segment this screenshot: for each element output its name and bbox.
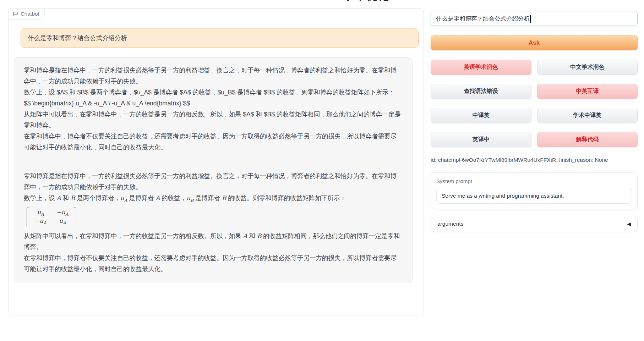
payoff-matrix: uA −uA −uA uA <box>27 208 76 227</box>
ask-button[interactable]: Ask <box>431 35 638 50</box>
question-input-value: 什么是零和博弈？结合公式介绍分析 <box>436 15 530 23</box>
arguments-accordion-label: arguments <box>437 221 463 227</box>
function-button-grid: 英语学术润色 中文学术润色 查找语法错误 中英互译 中译英 学术中译英 英译中 … <box>431 60 638 147</box>
chatbot-panel: Chatbot 什么是零和博弈？结合公式介绍分析 零和博弈是指在博弈中，一方的利… <box>8 8 424 315</box>
user-message-bubble: 什么是零和博弈？结合公式介绍分析 <box>21 28 419 48</box>
bot-raw-paragraph: 在零和博弈中，博弈者不仅要关注自己的收益，还需要考虑对手的收益。因为一方取得的收… <box>24 131 403 153</box>
btn-zh-en-mutual-translate[interactable]: 中英互译 <box>537 84 638 99</box>
user-message-text: 什么是零和博弈？结合公式介绍分析 <box>28 34 127 42</box>
bot-raw-paragraph: 从矩阵中可以看出，在零和博弈中，一方的收益是另一方的相反数。所以，如果 $A$ … <box>24 109 403 131</box>
matrix-cell: −uA <box>34 217 47 225</box>
btn-explain-code[interactable]: 解释代码 <box>537 132 638 147</box>
bot-message-raw: 零和博弈是指在博弈中，一方的利益损失必然等于另一方的利益增益。换言之，对于每一种… <box>24 65 403 153</box>
chat-bubble-icon <box>13 11 18 16</box>
bot-rendered-paragraph: 零和博弈是指在博弈中，一方的利益损失必然等于另一方的利益增益。换言之，对于每一种… <box>24 171 403 193</box>
bot-rendered-paragraph: 在零和博弈中，博弈者不仅要关注自己的收益，还需要考虑对手的收益。因为一方取得的收… <box>24 253 403 275</box>
bot-message-rendered: 零和博弈是指在博弈中，一方的利益损失必然等于另一方的利益增益。换言之，对于每一种… <box>24 171 403 275</box>
btn-english-academic-polish[interactable]: 英语学术润色 <box>431 60 531 75</box>
question-input[interactable]: 什么是零和博弈？结合公式介绍分析 <box>431 12 638 26</box>
bot-message-bubble: 零和博弈是指在博弈中，一方的利益损失必然等于另一方的利益增益。换言之，对于每一种… <box>14 57 413 283</box>
btn-academic-zh-to-en[interactable]: 学术中译英 <box>537 108 638 123</box>
btn-chinese-academic-polish[interactable]: 中文学术润色 <box>537 60 638 75</box>
control-column: 什么是零和博弈？结合公式介绍分析 Ask 英语学术润色 中文学术润色 查找语法错… <box>431 12 638 232</box>
btn-en-to-zh[interactable]: 英译中 <box>431 132 531 147</box>
matrix-cell: uA <box>34 209 47 217</box>
response-status-line: id: chatcmpl-6wOo7KrYTwMl89lbrMWRu4UkFFX… <box>431 157 638 163</box>
message-gap <box>24 153 403 171</box>
text-caret <box>530 15 531 23</box>
matrix-cell: uA <box>56 217 69 225</box>
bot-raw-paragraph: 零和博弈是指在博弈中，一方的利益损失必然等于另一方的利益增益。换言之，对于每一种… <box>24 65 403 87</box>
page-title: ChatGPT 学术优化 <box>18 0 644 3</box>
chatbot-label-text: Chatbot <box>21 11 39 17</box>
btn-zh-to-en[interactable]: 中译英 <box>431 108 531 123</box>
bot-rendered-paragraph: 数学上，设 A 和 B 是两个博弈者，uA 是博弈者 A 的收益，uB 是博弈者… <box>24 193 403 206</box>
chatbot-label: Chatbot <box>9 9 45 20</box>
system-prompt-value: Serve me as a writing and programming as… <box>442 193 564 199</box>
bot-raw-formula: $$ \begin{bmatrix} u_A & -u_A \ -u_A & u… <box>24 98 403 109</box>
collapse-arrow-icon: ◀ <box>627 221 631 227</box>
system-prompt-input[interactable]: Serve me as a writing and programming as… <box>436 188 632 204</box>
bot-raw-paragraph: 数学上，设 $A$ 和 $B$ 是两个博弈者，$u_A$ 是博弈者 $A$ 的收… <box>24 87 403 98</box>
btn-find-grammar-errors[interactable]: 查找语法错误 <box>431 84 531 99</box>
bot-rendered-paragraph: 从矩阵中可以看出，在零和博弈中，一方的收益是另一方的相反数。所以，如果 A 和 … <box>24 231 403 253</box>
system-prompt-label: System prompt <box>436 178 632 184</box>
matrix-right-bracket <box>73 208 76 227</box>
matrix-cell: −uA <box>56 209 69 217</box>
system-prompt-card: System prompt Serve me as a writing and … <box>431 172 638 209</box>
page-title-clipped: ChatGPT 学术优化 <box>0 0 644 3</box>
matrix-left-bracket <box>27 208 29 227</box>
arguments-accordion[interactable]: arguments ◀ <box>431 216 638 232</box>
